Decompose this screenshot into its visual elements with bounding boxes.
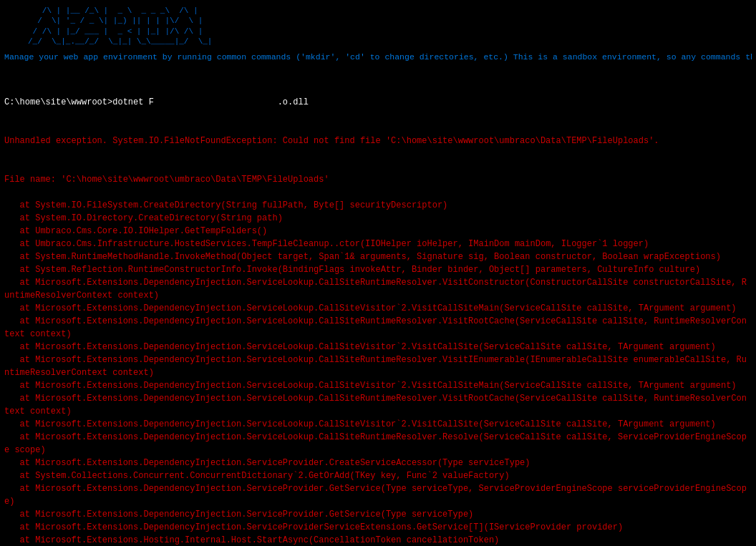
stack-trace: at System.IO.FileSystem.CreateDirectory(… — [4, 199, 752, 546]
stack-line: at Microsoft.Extensions.DependencyInject… — [4, 379, 752, 392]
terminal-output: C:\home\site\wwwroot>dotnet F .o.dll Unh… — [4, 70, 752, 199]
stack-line: at Microsoft.Extensions.DependencyInject… — [4, 302, 752, 315]
stack-line: at System.IO.FileSystem.CreateDirectory(… — [4, 199, 752, 212]
file-name-line: File name: 'C:\home\site\wwwroot\umbraco… — [4, 173, 752, 186]
stack-line: at Microsoft.Extensions.DependencyInject… — [4, 315, 752, 341]
ascii-art-logo: /\ | |__ /_\ | _ \ _ _ _\ /\ | / \| '_ /… — [4, 6, 752, 47]
stack-line: at Microsoft.Extensions.DependencyInject… — [4, 276, 752, 302]
stack-line: at Microsoft.Extensions.DependencyInject… — [4, 431, 752, 457]
stack-line: at System.Reflection.RuntimeConstructorI… — [4, 263, 752, 276]
stack-line: at Microsoft.Extensions.DependencyInject… — [4, 418, 752, 431]
stack-line: at Umbraco.Cms.Infrastructure.HostedServ… — [4, 238, 752, 250]
stack-line: at System.IO.Directory.CreateDirectory(S… — [4, 212, 752, 225]
stack-line: at System.RuntimeMethodHandle.InvokeMeth… — [4, 250, 752, 263]
manage-description: Manage your web app environment by runni… — [4, 52, 752, 62]
stack-line: at Microsoft.Extensions.DependencyInject… — [4, 354, 752, 379]
prompt-line-1: C:\home\site\wwwroot>dotnet F .o.dll — [4, 96, 752, 109]
stack-line: at Microsoft.Extensions.DependencyInject… — [4, 457, 752, 469]
stack-line: at System.Collections.Concurrent.Concurr… — [4, 469, 752, 482]
stack-line: at Microsoft.Extensions.DependencyInject… — [4, 482, 752, 508]
error-main: Unhandled exception. System.IO.FileNotFo… — [4, 135, 752, 147]
stack-line: at Microsoft.Extensions.Hosting.Internal… — [4, 534, 752, 546]
stack-line: at Microsoft.Extensions.DependencyInject… — [4, 341, 752, 354]
stack-line: at Microsoft.Extensions.DependencyInject… — [4, 508, 752, 521]
stack-line: at Umbraco.Cms.Core.IO.IOHelper.GetTempF… — [4, 225, 752, 238]
stack-line: at Microsoft.Extensions.DependencyInject… — [4, 392, 752, 418]
stack-line: at Microsoft.Extensions.DependencyInject… — [4, 521, 752, 534]
